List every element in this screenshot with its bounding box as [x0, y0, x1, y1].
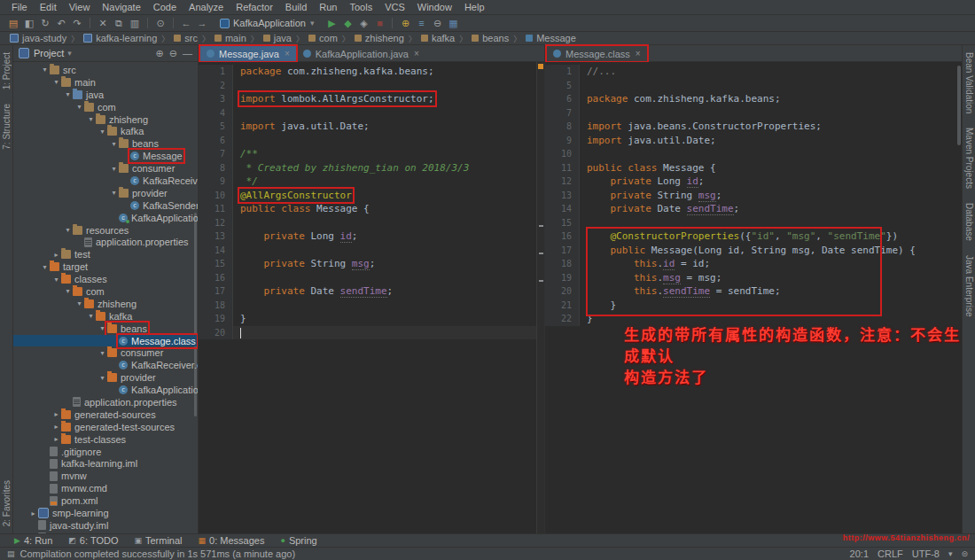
- undo-icon[interactable]: ↶: [53, 18, 69, 29]
- tree-row-test[interactable]: ▸test: [13, 248, 198, 261]
- editor-left-code-area[interactable]: 1package com.zhisheng.kafka.beans;23impo…: [199, 62, 544, 533]
- editor-left-scrollbar[interactable]: [536, 62, 544, 533]
- menu-item-navigate[interactable]: Navigate: [96, 1, 146, 13]
- breadcrumb-item-beans[interactable]: beans: [469, 33, 511, 43]
- menu-item-code[interactable]: Code: [147, 1, 183, 13]
- tree-row-java[interactable]: ▾java: [13, 89, 198, 101]
- chevron-collapsed-icon[interactable]: ▸: [51, 435, 61, 443]
- chevron-expanded-icon[interactable]: ▾: [98, 374, 107, 382]
- close-icon[interactable]: ×: [285, 49, 290, 58]
- breadcrumb-item-java-study[interactable]: java-study: [7, 33, 69, 43]
- chevron-expanded-icon[interactable]: ▾: [98, 128, 107, 136]
- breadcrumb-item-src[interactable]: src: [171, 33, 200, 43]
- forward-icon[interactable]: →: [194, 18, 210, 28]
- chevron-expanded-icon[interactable]: ▾: [51, 78, 61, 86]
- breadcrumb-item-com[interactable]: com: [306, 33, 340, 43]
- tree-row-provider[interactable]: ▾provider: [13, 371, 198, 384]
- tree-row-com[interactable]: ▾com: [13, 101, 198, 113]
- tool-window-button-6-todo[interactable]: ◩6: TODO: [68, 535, 118, 546]
- tree-row-mvnw[interactable]: mvnw: [13, 470, 198, 482]
- open-project-icon[interactable]: ▤: [5, 18, 21, 29]
- tool-button-2-favorites[interactable]: 2: Favorites: [2, 473, 12, 533]
- tool-button-maven-projects[interactable]: Maven Projects: [964, 121, 974, 196]
- menu-item-edit[interactable]: Edit: [34, 1, 63, 13]
- file-encoding[interactable]: UTF-8: [912, 548, 940, 559]
- tree-row-pom-xml[interactable]: pom.xml: [13, 494, 198, 507]
- tree-row-mvnw-cmd[interactable]: mvnw.cmd: [13, 482, 198, 494]
- close-icon[interactable]: ×: [636, 49, 641, 58]
- tree-row-generated-sources[interactable]: ▸generated-sources: [13, 408, 198, 421]
- tree-row-generated-test-sources[interactable]: ▸generated-test-sources: [13, 421, 198, 433]
- find-icon[interactable]: ⊙: [152, 18, 168, 29]
- tree-row-kafkasender[interactable]: KafkaSender: [13, 199, 198, 212]
- tree-row-main[interactable]: ▾main: [13, 76, 198, 89]
- menu-item-view[interactable]: View: [63, 1, 97, 13]
- tree-row-kafkareceiver-class[interactable]: KafkaReceiver.class: [13, 359, 198, 371]
- tree-row-classes[interactable]: ▾classes: [13, 273, 198, 285]
- coverage-icon[interactable]: ◈: [355, 18, 371, 29]
- tab-message-class[interactable]: Message.class×: [547, 46, 647, 61]
- tree-row-test-classes[interactable]: ▸test-classes: [13, 433, 198, 446]
- menu-item-help[interactable]: Help: [458, 1, 491, 13]
- back-icon[interactable]: ←: [178, 18, 194, 28]
- breadcrumb-item-kafka[interactable]: kafka: [418, 33, 457, 43]
- chevron-expanded-icon[interactable]: ▾: [40, 263, 50, 271]
- menu-item-vcs[interactable]: VCS: [378, 1, 411, 13]
- tab-kafkaapplication-java[interactable]: KafkaApplication.java×: [297, 46, 425, 61]
- tree-row-zhisheng[interactable]: ▾zhisheng: [13, 298, 198, 310]
- structure-icon[interactable]: ≡: [413, 18, 429, 28]
- debug-icon[interactable]: ◆: [339, 18, 355, 29]
- menu-item-analyze[interactable]: Analyze: [183, 1, 230, 13]
- chevron-expanded-icon[interactable]: ▾: [98, 324, 107, 332]
- tree-row-consumer[interactable]: ▾consumer: [13, 162, 198, 175]
- chevron-expanded-icon[interactable]: ▾: [109, 140, 119, 148]
- menu-item-tools[interactable]: Tools: [343, 1, 378, 13]
- chevron-collapsed-icon[interactable]: ▸: [51, 251, 61, 259]
- chevron-collapsed-icon[interactable]: ▸: [51, 410, 61, 418]
- menu-item-refactor[interactable]: Refactor: [230, 1, 279, 13]
- cut-icon[interactable]: ✕: [95, 18, 111, 29]
- search-everywhere-icon[interactable]: ⊕: [397, 18, 413, 29]
- tree-row-kafkaapplication-class[interactable]: KafkaApplication.class: [13, 384, 198, 396]
- chevron-expanded-icon[interactable]: ▾: [74, 299, 84, 307]
- close-icon[interactable]: ×: [414, 49, 419, 58]
- breadcrumb-item-java[interactable]: java: [261, 33, 294, 43]
- tree-row-kafka[interactable]: ▾kafka: [13, 310, 198, 323]
- tool-button-database[interactable]: Database: [964, 196, 974, 248]
- paste-icon[interactable]: ▥: [127, 18, 143, 29]
- tool-button-1-project[interactable]: 1: Project: [2, 45, 12, 97]
- chevron-expanded-icon[interactable]: ▾: [98, 349, 107, 357]
- settings-icon[interactable]: ⊖: [429, 18, 445, 29]
- run-configuration-selector[interactable]: KafkaApplication▾: [215, 17, 318, 30]
- breadcrumb-item-kafka-learning[interactable]: kafka-learning: [81, 33, 160, 43]
- chevron-expanded-icon[interactable]: ▾: [74, 103, 84, 111]
- copy-icon[interactable]: ⧉: [111, 18, 127, 29]
- tree-row-kafka-learning-iml[interactable]: kafka-learning.iml: [13, 458, 198, 471]
- help-toolbar-icon[interactable]: ▦: [445, 18, 461, 29]
- run-icon[interactable]: ▶: [324, 18, 339, 29]
- save-all-icon[interactable]: ◧: [21, 18, 37, 29]
- project-panel-title[interactable]: Project: [34, 48, 64, 58]
- tool-button-7-structure[interactable]: 7: Structure: [2, 97, 12, 157]
- editor-right-scrollbar[interactable]: [957, 66, 961, 145]
- tool-button-bean-validation[interactable]: Bean Validation: [964, 45, 974, 121]
- tool-window-button-terminal[interactable]: ▣Terminal: [134, 535, 182, 546]
- tab-message-java[interactable]: Message.java×: [200, 46, 296, 61]
- editor-right-code-area[interactable]: 1//...56package com.zhisheng.kafka.beans…: [545, 62, 962, 533]
- tree-row-provider[interactable]: ▾provider: [13, 187, 198, 199]
- tree-row-resources[interactable]: ▾resources: [13, 224, 198, 237]
- tree-row-application-properties[interactable]: application.properties: [13, 396, 198, 408]
- tool-window-button-4-run[interactable]: ▶4: Run: [14, 535, 52, 546]
- event-log-icon[interactable]: ▤: [7, 549, 15, 558]
- chevron-expanded-icon[interactable]: ▾: [63, 90, 73, 98]
- chevron-collapsed-icon[interactable]: ▸: [28, 509, 38, 517]
- tree-row-kafka[interactable]: ▾kafka: [13, 125, 198, 137]
- chevron-expanded-icon[interactable]: ▾: [51, 276, 61, 284]
- breadcrumb-item-message[interactable]: Message: [523, 33, 579, 43]
- tree-row-beans[interactable]: ▾beans: [13, 323, 198, 335]
- menu-item-build[interactable]: Build: [279, 1, 313, 13]
- chevron-expanded-icon[interactable]: ▾: [109, 165, 119, 173]
- tree-row-com[interactable]: ▾com: [13, 285, 198, 298]
- tree-row-smp-learning[interactable]: ▸smp-learning: [13, 507, 198, 519]
- menu-item-window[interactable]: Window: [411, 1, 458, 13]
